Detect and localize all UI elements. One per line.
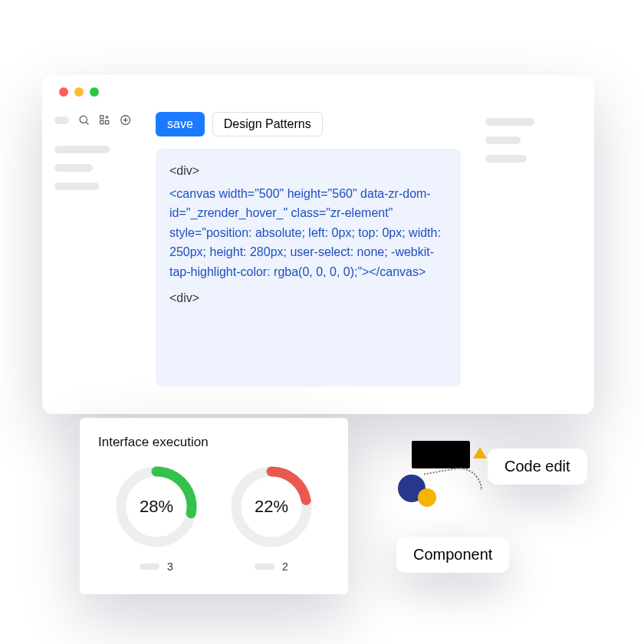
svg-point-0 [80, 117, 87, 123]
interface-execution-card: Interface execution 28% 3 22% [80, 418, 348, 594]
component-pill[interactable]: Component [396, 537, 509, 573]
sidebar-toolbar [54, 113, 131, 127]
window-maximize-icon[interactable] [90, 87, 99, 97]
deco-node-orange-icon [418, 488, 436, 507]
browser-window: save Design Patterns <div> <canvas width… [42, 75, 594, 414]
search-icon[interactable] [78, 113, 90, 127]
sidebar-right [473, 106, 574, 414]
plus-circle-icon[interactable] [120, 113, 131, 127]
gauge-2: 22% 2 [225, 461, 317, 573]
nav-placeholder [54, 146, 110, 153]
legend-swatch [255, 564, 274, 570]
code-close-tag: <div> [169, 288, 447, 308]
deco-triangle-icon [473, 447, 487, 458]
gauge-footer-1: 3 [140, 560, 173, 573]
gauge-ring-2: 22% [225, 461, 317, 553]
nav-placeholder [54, 164, 93, 172]
right-placeholder [485, 136, 521, 144]
grid-add-icon[interactable] [99, 113, 110, 127]
svg-rect-2 [100, 116, 103, 119]
code-open-tag: <div> [169, 161, 447, 181]
gauges-row: 28% 3 22% 2 [98, 461, 330, 573]
main-area: save Design Patterns <div> <canvas width… [143, 106, 473, 414]
svg-rect-3 [100, 121, 103, 124]
gauge-legend-1: 3 [167, 560, 173, 573]
svg-line-1 [86, 123, 88, 125]
gauge-ring-1: 28% [110, 461, 202, 553]
traffic-lights [59, 87, 99, 97]
save-button[interactable]: save [156, 112, 205, 136]
legend-swatch [140, 564, 159, 570]
svg-rect-4 [105, 121, 108, 124]
right-placeholder [485, 155, 527, 163]
gauge-value-1: 28% [140, 497, 173, 517]
window-close-icon[interactable] [59, 87, 68, 97]
sidebar-nav-placeholders [54, 146, 131, 190]
exec-card-title: Interface execution [98, 435, 330, 450]
decorative-graphic [395, 441, 487, 525]
design-patterns-button[interactable]: Design Patterns [212, 112, 323, 136]
code-canvas-line: <canvas width="500" height="560" data-zr… [169, 184, 447, 282]
deco-code-block-icon [412, 441, 470, 468]
gauge-1: 28% 3 [110, 461, 202, 573]
sidebar-left [42, 106, 143, 414]
gauge-value-2: 22% [255, 497, 288, 517]
browser-body: save Design Patterns <div> <canvas width… [42, 75, 594, 414]
code-block[interactable]: <div> <canvas width="500" height="560" d… [156, 149, 461, 386]
right-placeholder [485, 118, 534, 126]
placeholder-icon [54, 117, 69, 124]
gauge-legend-2: 2 [282, 560, 288, 573]
button-row: save Design Patterns [156, 112, 461, 136]
gauge-footer-2: 2 [255, 560, 288, 573]
code-edit-pill[interactable]: Code edit [488, 449, 587, 485]
window-minimize-icon[interactable] [74, 87, 84, 97]
nav-placeholder [54, 182, 99, 190]
